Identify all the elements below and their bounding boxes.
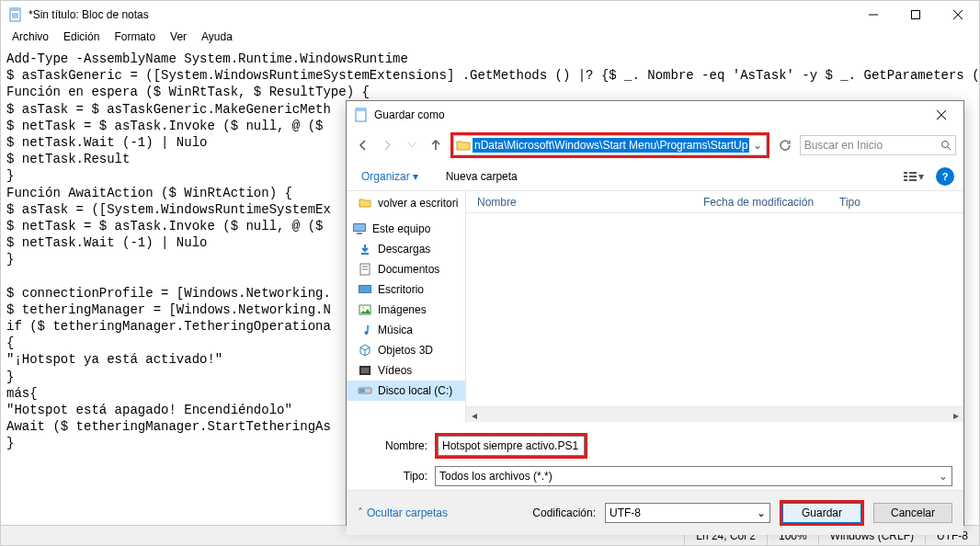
svg-rect-19 [909,176,917,177]
svg-point-13 [942,142,949,148]
file-type-select[interactable]: Todos los archivos (*.*) ⌄ [435,466,952,486]
svg-rect-6 [912,11,920,19]
desktop-icon [358,282,372,297]
refresh-button[interactable] [775,134,793,156]
recent-dropdown[interactable] [403,134,421,156]
address-dropdown-icon[interactable]: ⌄ [749,139,766,152]
svg-rect-29 [359,286,370,292]
tree-item-videos[interactable]: Vídeos [347,360,465,381]
organize-button[interactable]: Organizar▾ [356,166,424,187]
downloads-icon [358,242,372,256]
music-icon [358,323,372,337]
nav-tree[interactable]: volver a escritori Este equipo Descargas… [347,191,466,422]
svg-rect-20 [909,179,917,181]
objects3d-icon [358,343,372,358]
forward-button[interactable] [378,134,396,156]
menu-edicion[interactable]: Edición [56,28,107,47]
chevron-up-icon: ˄ [358,506,363,519]
menu-formato[interactable]: Formato [107,28,163,47]
svg-rect-36 [370,366,371,375]
bottom-bar: ˄ Ocultar carpetas Codificación: UTF-8 ⌄… [347,490,963,535]
menu-ver[interactable]: Ver [163,28,194,47]
chevron-down-icon: ⌄ [757,506,766,519]
toolbar: Organizar▾ Nueva carpeta ▾ ? [347,162,963,191]
tree-item-objetos3d[interactable]: Objetos 3D [347,340,465,360]
scroll-left-icon[interactable]: ◂ [466,407,482,423]
svg-rect-38 [359,389,365,392]
videos-icon [358,363,372,378]
addressbar[interactable]: nData\Microsoft\Windows\Start Menu\Progr… [453,135,767,155]
back-button[interactable] [354,134,372,156]
col-name[interactable]: Nombre [466,196,692,209]
maximize-button[interactable] [895,1,937,28]
pictures-icon [358,302,372,317]
chevron-down-icon: ▾ [918,170,924,183]
search-input[interactable]: Buscar en Inicio [800,135,956,155]
file-list: Nombre Fecha de modificación Tipo ◂ ▸ [466,191,963,422]
save-button[interactable]: Guardar [782,503,861,523]
chevron-down-icon[interactable]: ⌄ [939,440,948,453]
svg-rect-1 [10,8,20,11]
dialog-title: Guardar como [374,108,927,121]
h-scrollbar[interactable]: ◂ ▸ [466,406,963,422]
dialog-titlebar: Guardar como [347,101,963,129]
up-button[interactable] [427,134,445,156]
svg-rect-10 [356,108,366,111]
window-title: *Sin título: Bloc de notas [28,8,852,21]
pc-icon [352,222,367,236]
titlebar: *Sin título: Bloc de notas [1,1,979,28]
view-button[interactable]: ▾ [897,166,930,187]
notepad-icon [8,7,23,22]
tree-item-disco-c[interactable]: Disco local (C:) [347,381,465,401]
col-type[interactable]: Tipo [828,196,963,209]
menu-ayuda[interactable]: Ayuda [194,28,240,47]
col-date[interactable]: Fecha de modificación [692,196,828,209]
drive-icon [358,383,372,398]
cancel-button[interactable]: Cancelar [873,503,952,523]
tree-item-desktop-back[interactable]: volver a escritori [347,193,465,213]
list-body[interactable] [466,213,963,406]
svg-rect-16 [904,176,907,177]
menubar: Archivo Edición Formato Ver Ayuda [1,28,979,47]
hide-folders-button[interactable]: ˄ Ocultar carpetas [358,506,448,519]
tree-item-musica[interactable]: Música [347,320,465,340]
help-button[interactable]: ? [936,167,954,186]
svg-point-32 [365,331,369,335]
addressbar-highlight: nData\Microsoft\Windows\Start Menu\Progr… [450,132,769,158]
tree-item-escritorio[interactable]: Escritorio [347,279,465,300]
dialog-close-button[interactable] [927,104,956,126]
svg-rect-17 [904,179,907,181]
chevron-down-icon: ⌄ [939,470,948,483]
folder-icon [358,196,372,210]
chevron-down-icon: ▾ [413,170,418,183]
search-icon [940,140,952,151]
encoding-select[interactable]: UTF-8 ⌄ [605,503,770,523]
save-as-dialog: Guardar como nData\Microsoft\Windows\Sta… [346,100,964,526]
new-folder-button[interactable]: Nueva carpeta [440,166,523,187]
svg-rect-22 [354,224,365,231]
tree-item-imagenes[interactable]: Imágenes [347,300,465,320]
scroll-right-icon[interactable]: ▸ [948,407,963,423]
type-label: Tipo: [358,470,427,483]
notepad-icon [354,108,369,122]
nav-row: nData\Microsoft\Windows\Start Menu\Progr… [347,129,963,162]
encoding-label: Codificación: [532,506,596,519]
menu-archivo[interactable]: Archivo [5,28,56,47]
folder-icon [454,136,473,154]
tree-item-descargas[interactable]: Descargas [347,239,465,259]
close-button[interactable] [937,1,979,28]
list-header: Nombre Fecha de modificación Tipo [466,191,963,213]
svg-rect-35 [359,366,361,375]
documents-icon [358,262,372,277]
svg-rect-23 [357,233,362,234]
address-path[interactable]: nData\Microsoft\Windows\Start Menu\Progr… [473,138,749,153]
filename-input[interactable] [438,436,585,456]
tree-item-this-pc[interactable]: Este equipo [347,219,465,239]
tree-item-documentos[interactable]: Documentos [347,259,465,279]
minimize-button[interactable] [852,1,895,28]
filename-label: Nombre: [358,439,427,452]
svg-point-31 [362,307,364,309]
svg-rect-34 [360,368,370,373]
svg-line-14 [948,147,951,150]
search-placeholder: Buscar en Inicio [804,139,940,152]
